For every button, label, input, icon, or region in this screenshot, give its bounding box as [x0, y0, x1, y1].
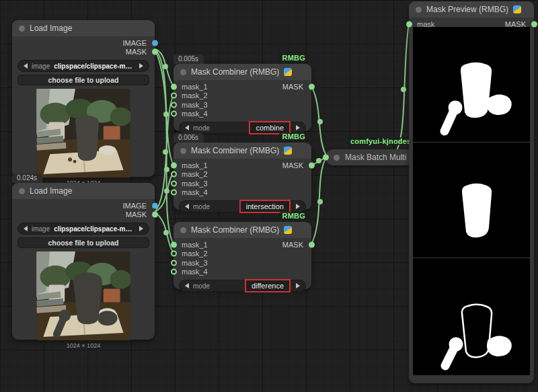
- input-label: mask_1: [182, 161, 208, 169]
- node-title: Load Image: [30, 24, 72, 33]
- input-slot-mask2[interactable]: [171, 251, 177, 257]
- node-source-tag: comfyui-kjnodes: [347, 137, 414, 145]
- output-slot-mask[interactable]: [152, 212, 158, 218]
- node-load-image-2[interactable]: 0.024s Load Image IMAGE MASK image clips…: [12, 183, 155, 340]
- node-title: Load Image: [30, 186, 72, 196]
- next-arrow-icon[interactable]: [296, 125, 300, 130]
- input-slot-mask3[interactable]: [171, 102, 177, 108]
- next-arrow-icon[interactable]: [139, 226, 143, 231]
- widget-label: mode: [193, 203, 210, 210]
- output-slot-image[interactable]: [152, 40, 158, 46]
- widget-label: mode: [193, 282, 210, 290]
- node-source-tag: RMBG: [279, 54, 309, 62]
- execution-time-badge: 0.006s: [174, 133, 204, 143]
- input-label: mask_1: [182, 83, 208, 91]
- collapse-dot-icon[interactable]: [180, 69, 186, 75]
- rmbg-emoji-icon: [284, 68, 292, 76]
- collapse-dot-icon[interactable]: [416, 7, 422, 13]
- input-slot-mask1[interactable]: [171, 162, 177, 168]
- output-label-mask: MASK: [126, 48, 147, 56]
- prev-arrow-icon[interactable]: [24, 226, 28, 231]
- input-slot-mask4[interactable]: [171, 190, 177, 196]
- output-label-mask: MASK: [282, 241, 303, 249]
- node-header[interactable]: Mask Preview (RMBG): [409, 1, 534, 17]
- node-header[interactable]: Mask Combiner (RMBG): [174, 222, 311, 238]
- output-slot-mask[interactable]: [309, 241, 315, 247]
- collapse-dot-icon[interactable]: [19, 26, 25, 32]
- node-header[interactable]: Mask Combiner (RMBG): [174, 64, 311, 80]
- mode-value-highlight: difference: [245, 279, 291, 292]
- input-label: mask_3: [182, 180, 208, 188]
- node-source-tag: RMBG: [279, 132, 309, 141]
- output-label-image: IMAGE: [123, 39, 147, 47]
- execution-time-badge: 0.024s: [12, 173, 42, 183]
- output-label-mask: MASK: [126, 210, 147, 219]
- node-header[interactable]: Mask Combiner (RMBG): [174, 143, 311, 159]
- input-slot-mask2[interactable]: [171, 93, 177, 99]
- node-title: Mask Combiner (RMBG): [191, 225, 279, 235]
- combo-value: clipspace/clipspace-mask-577005...: [54, 63, 135, 70]
- node-mask-batch-multi[interactable]: comfyui-kjnodes Mask Batch Multi: [325, 149, 414, 165]
- node-mask-combiner-3[interactable]: RMBG Mask Combiner (RMBG) mask_1 MASK ma…: [174, 222, 311, 289]
- input-slot[interactable]: [323, 155, 329, 161]
- input-label: mask_1: [182, 241, 208, 249]
- mask-preview-area[interactable]: [413, 27, 530, 375]
- next-arrow-icon[interactable]: [296, 204, 300, 209]
- rmbg-emoji-icon: [284, 147, 292, 155]
- rmbg-emoji-icon: [284, 226, 292, 234]
- widget-label: mode: [193, 124, 210, 132]
- prev-arrow-icon[interactable]: [24, 63, 28, 69]
- prev-arrow-icon[interactable]: [185, 125, 189, 130]
- execution-time-badge: 0.005s: [174, 54, 204, 64]
- input-label: mask_3: [182, 101, 208, 109]
- node-title: Mask Preview (RMBG): [426, 5, 508, 14]
- node-mask-preview[interactable]: Mask Preview (RMBG) mask MASK: [409, 1, 534, 383]
- input-slot-mask1[interactable]: [171, 83, 177, 89]
- input-label: mask_2: [182, 249, 208, 258]
- collapse-dot-icon[interactable]: [19, 188, 25, 194]
- next-arrow-icon[interactable]: [139, 63, 143, 69]
- collapse-dot-icon[interactable]: [334, 155, 340, 161]
- input-slot-mask3[interactable]: [171, 180, 177, 186]
- input-slot-mask1[interactable]: [171, 241, 177, 247]
- mode-value: difference: [252, 282, 284, 290]
- image-preview[interactable]: [36, 251, 130, 340]
- node-title: Mask Batch Multi: [345, 153, 406, 162]
- node-load-image-1[interactable]: Load Image IMAGE MASK image clipspace/cl…: [12, 20, 155, 177]
- choose-file-button[interactable]: choose file to upload: [17, 75, 149, 85]
- input-slot-mask[interactable]: [406, 21, 412, 27]
- node-header[interactable]: Load Image: [12, 183, 155, 199]
- collapse-dot-icon[interactable]: [180, 227, 186, 233]
- prev-arrow-icon[interactable]: [185, 204, 189, 209]
- input-label: mask_3: [182, 259, 208, 267]
- input-slot-mask4[interactable]: [171, 269, 177, 275]
- mask-result-difference: [413, 258, 530, 373]
- node-mask-combiner-2[interactable]: 0.006s RMBG Mask Combiner (RMBG) mask_1 …: [174, 143, 311, 210]
- mask-result-combine: [413, 27, 530, 143]
- node-mask-combiner-1[interactable]: 0.005s RMBG Mask Combiner (RMBG) mask_1 …: [174, 64, 311, 131]
- combo-label: image: [32, 63, 50, 70]
- image-preview[interactable]: [36, 89, 130, 178]
- input-slot-mask4[interactable]: [171, 111, 177, 117]
- output-slot-mask[interactable]: [531, 21, 537, 27]
- collapse-dot-icon[interactable]: [180, 148, 186, 154]
- output-slot-image[interactable]: [152, 202, 158, 208]
- input-slot-mask2[interactable]: [171, 171, 177, 178]
- mode-value: intersection: [246, 202, 284, 210]
- image-combo-widget[interactable]: image clipspace/clipspace-mask-790768...: [17, 223, 149, 235]
- prev-arrow-icon[interactable]: [185, 283, 189, 288]
- output-slot-mask[interactable]: [309, 83, 315, 89]
- combo-label: image: [32, 225, 50, 233]
- mode-widget[interactable]: mode intersection: [179, 200, 306, 212]
- rmbg-emoji-icon: [513, 5, 521, 13]
- output-slot-mask[interactable]: [152, 49, 158, 55]
- choose-file-button[interactable]: choose file to upload: [17, 237, 149, 248]
- input-slot-mask3[interactable]: [171, 260, 177, 266]
- mode-value: combine: [256, 124, 284, 132]
- node-header[interactable]: Load Image: [12, 20, 155, 36]
- image-combo-widget[interactable]: image clipspace/clipspace-mask-577005...: [17, 60, 149, 72]
- next-arrow-icon[interactable]: [296, 283, 300, 288]
- output-slot-mask[interactable]: [309, 162, 315, 168]
- output-label-mask: MASK: [282, 83, 303, 91]
- mode-widget[interactable]: mode difference: [179, 280, 306, 292]
